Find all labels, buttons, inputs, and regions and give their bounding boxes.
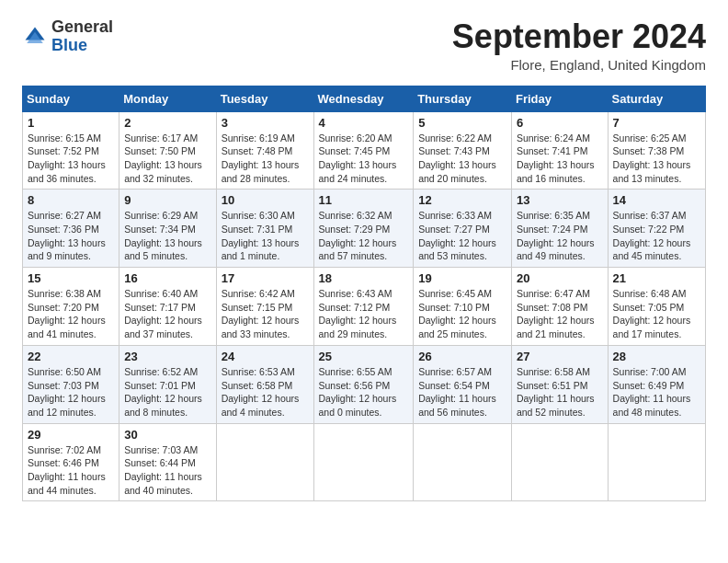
calendar-cell: 2 Sunrise: 6:17 AM Sunset: 7:50 PM Dayli… [119,111,216,190]
calendar-cell: 18 Sunrise: 6:43 AM Sunset: 7:12 PM Dayl… [313,268,414,346]
day-number: 23 [124,350,210,363]
calendar-cell: 15 Sunrise: 6:38 AM Sunset: 7:20 PM Dayl… [23,268,119,346]
day-info: Sunrise: 6:22 AM Sunset: 7:43 PM Dayligh… [418,132,506,186]
calendar-cell: 10 Sunrise: 6:30 AM Sunset: 7:31 PM Dayl… [216,190,313,268]
day-info: Sunrise: 6:35 AM Sunset: 7:24 PM Dayligh… [517,209,603,263]
page: General Blue September 2024 Flore, Engla… [0,0,728,563]
calendar-week-1: 1 Sunrise: 6:15 AM Sunset: 7:52 PM Dayli… [23,111,706,190]
col-monday: Monday [119,86,216,111]
day-info: Sunrise: 6:29 AM Sunset: 7:34 PM Dayligh… [124,209,210,263]
calendar-cell: 19 Sunrise: 6:45 AM Sunset: 7:10 PM Dayl… [414,268,512,346]
day-number: 18 [319,271,409,285]
day-number: 28 [613,350,700,363]
day-info: Sunrise: 6:33 AM Sunset: 7:27 PM Dayligh… [418,209,506,263]
day-number: 4 [319,116,409,130]
calendar-cell: 21 Sunrise: 6:48 AM Sunset: 7:05 PM Dayl… [608,268,705,346]
calendar-cell: 12 Sunrise: 6:33 AM Sunset: 7:27 PM Dayl… [414,190,512,268]
calendar-cell [511,423,608,501]
calendar-cell: 17 Sunrise: 6:42 AM Sunset: 7:15 PM Dayl… [216,268,313,346]
day-info: Sunrise: 6:52 AM Sunset: 7:01 PM Dayligh… [124,365,210,419]
calendar-week-4: 22 Sunrise: 6:50 AM Sunset: 7:03 PM Dayl… [23,345,706,423]
day-info: Sunrise: 6:53 AM Sunset: 6:58 PM Dayligh… [222,365,309,419]
calendar-cell: 1 Sunrise: 6:15 AM Sunset: 7:52 PM Dayli… [23,111,119,190]
calendar-cell [414,423,512,501]
day-number: 30 [124,428,210,442]
calendar-cell: 25 Sunrise: 6:55 AM Sunset: 6:56 PM Dayl… [313,345,414,423]
day-info: Sunrise: 6:27 AM Sunset: 7:36 PM Dayligh… [28,209,114,263]
calendar-table: Sunday Monday Tuesday Wednesday Thursday… [22,86,706,502]
day-number: 11 [319,193,409,207]
calendar-cell: 27 Sunrise: 6:58 AM Sunset: 6:51 PM Dayl… [511,345,608,423]
day-number: 25 [319,350,409,363]
calendar-cell: 9 Sunrise: 6:29 AM Sunset: 7:34 PM Dayli… [119,190,216,268]
col-wednesday: Wednesday [313,86,414,111]
day-info: Sunrise: 6:50 AM Sunset: 7:03 PM Dayligh… [28,365,114,419]
day-number: 1 [28,116,114,130]
logo-icon [22,24,48,50]
logo: General Blue [22,18,113,55]
day-number: 29 [28,428,114,442]
day-number: 21 [613,271,700,285]
day-info: Sunrise: 6:40 AM Sunset: 7:17 PM Dayligh… [124,287,210,341]
day-number: 16 [124,271,210,285]
calendar-cell: 5 Sunrise: 6:22 AM Sunset: 7:43 PM Dayli… [414,111,512,190]
day-info: Sunrise: 6:24 AM Sunset: 7:41 PM Dayligh… [517,132,603,186]
calendar-cell: 3 Sunrise: 6:19 AM Sunset: 7:48 PM Dayli… [216,111,313,190]
day-number: 7 [613,116,700,130]
day-info: Sunrise: 6:57 AM Sunset: 6:54 PM Dayligh… [418,365,506,419]
calendar-cell: 20 Sunrise: 6:47 AM Sunset: 7:08 PM Dayl… [511,268,608,346]
day-info: Sunrise: 7:02 AM Sunset: 6:46 PM Dayligh… [28,443,114,498]
day-number: 5 [418,116,506,130]
day-info: Sunrise: 6:47 AM Sunset: 7:08 PM Dayligh… [517,287,603,341]
day-number: 26 [418,350,506,363]
calendar-cell: 11 Sunrise: 6:32 AM Sunset: 7:29 PM Dayl… [313,190,414,268]
day-number: 17 [222,271,309,285]
calendar-cell: 26 Sunrise: 6:57 AM Sunset: 6:54 PM Dayl… [414,345,512,423]
calendar-cell: 7 Sunrise: 6:25 AM Sunset: 7:38 PM Dayli… [608,111,705,190]
day-number: 27 [517,350,603,363]
calendar-week-3: 15 Sunrise: 6:38 AM Sunset: 7:20 PM Dayl… [23,268,706,346]
day-number: 19 [418,271,506,285]
day-number: 12 [418,193,506,207]
day-info: Sunrise: 6:42 AM Sunset: 7:15 PM Dayligh… [222,287,309,341]
day-info: Sunrise: 6:17 AM Sunset: 7:50 PM Dayligh… [124,132,210,186]
day-info: Sunrise: 7:00 AM Sunset: 6:49 PM Dayligh… [613,365,700,419]
calendar-cell: 8 Sunrise: 6:27 AM Sunset: 7:36 PM Dayli… [23,190,119,268]
calendar-week-5: 29 Sunrise: 7:02 AM Sunset: 6:46 PM Dayl… [23,423,706,501]
day-info: Sunrise: 6:25 AM Sunset: 7:38 PM Dayligh… [613,132,700,186]
title-block: September 2024 Flore, England, United Ki… [452,18,706,73]
calendar-cell: 28 Sunrise: 7:00 AM Sunset: 6:49 PM Dayl… [608,345,705,423]
calendar-cell: 22 Sunrise: 6:50 AM Sunset: 7:03 PM Dayl… [23,345,119,423]
logo-text: General Blue [51,18,113,55]
calendar-cell: 13 Sunrise: 6:35 AM Sunset: 7:24 PM Dayl… [511,190,608,268]
day-number: 2 [124,116,210,130]
calendar-cell: 29 Sunrise: 7:02 AM Sunset: 6:46 PM Dayl… [23,423,119,501]
col-friday: Friday [511,86,608,111]
day-number: 15 [28,271,114,285]
col-sunday: Sunday [23,86,119,111]
day-number: 24 [222,350,309,363]
day-info: Sunrise: 7:03 AM Sunset: 6:44 PM Dayligh… [124,443,210,498]
calendar-cell: 30 Sunrise: 7:03 AM Sunset: 6:44 PM Dayl… [119,423,216,501]
day-info: Sunrise: 6:20 AM Sunset: 7:45 PM Dayligh… [319,132,409,186]
location: Flore, England, United Kingdom [452,57,706,73]
day-info: Sunrise: 6:37 AM Sunset: 7:22 PM Dayligh… [613,209,700,263]
day-info: Sunrise: 6:55 AM Sunset: 6:56 PM Dayligh… [319,365,409,419]
month-title: September 2024 [452,18,706,55]
day-info: Sunrise: 6:32 AM Sunset: 7:29 PM Dayligh… [319,209,409,263]
calendar-cell: 14 Sunrise: 6:37 AM Sunset: 7:22 PM Dayl… [608,190,705,268]
day-info: Sunrise: 6:15 AM Sunset: 7:52 PM Dayligh… [28,132,114,186]
day-number: 13 [517,193,603,207]
day-info: Sunrise: 6:19 AM Sunset: 7:48 PM Dayligh… [222,132,309,186]
calendar-cell [313,423,414,501]
day-info: Sunrise: 6:38 AM Sunset: 7:20 PM Dayligh… [28,287,114,341]
calendar-week-2: 8 Sunrise: 6:27 AM Sunset: 7:36 PM Dayli… [23,190,706,268]
day-number: 3 [222,116,309,130]
calendar-cell: 23 Sunrise: 6:52 AM Sunset: 7:01 PM Dayl… [119,345,216,423]
day-info: Sunrise: 6:30 AM Sunset: 7:31 PM Dayligh… [222,209,309,263]
calendar-cell [608,423,705,501]
col-tuesday: Tuesday [216,86,313,111]
calendar-cell: 6 Sunrise: 6:24 AM Sunset: 7:41 PM Dayli… [511,111,608,190]
day-info: Sunrise: 6:43 AM Sunset: 7:12 PM Dayligh… [319,287,409,341]
col-saturday: Saturday [608,86,705,111]
